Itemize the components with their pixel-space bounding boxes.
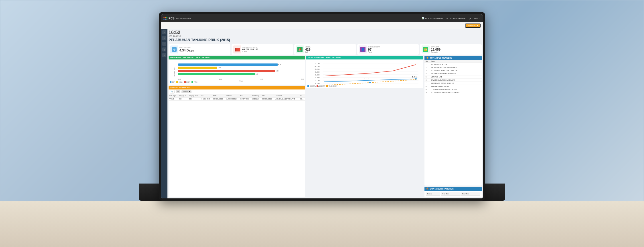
bar-row-tpks: 3.69 [178, 73, 304, 75]
kpi-container: CONTAINER BOX / TEU 64,797 / 93,153 – TR… [232, 44, 293, 55]
logo-dot-1 [163, 17, 165, 18]
actions-button[interactable]: Actions ▼ [181, 90, 191, 93]
kpi-vessel-icon: ⛵ [296, 45, 304, 53]
kpi-container-sub: – TRUs [242, 51, 292, 52]
kpi-vessel-sub: Call [305, 51, 354, 53]
sidebar-home-icon[interactable]: ⌂ [162, 36, 166, 40]
vessel-table-wrapper[interactable]: Call Sign Voyage In Voyage Out ETA ETD N… [169, 94, 305, 197]
member-name-2: SALAM PACIFIC INDONESIA LINES [431, 67, 481, 68]
bar-label-tpks: 3.69 [256, 73, 258, 75]
svg-text:2.50: 2.50 [315, 77, 320, 79]
logo-dot-6 [166, 19, 167, 20]
nav-logout[interactable]: ⏻ LOG OUT [469, 17, 481, 19]
member-row-3[interactable]: 3 PELAYARAN TEMPURAN EMAS TBK [424, 69, 482, 72]
col-right: 🏆 TOP 10 PCS MEMBERS No Agen [424, 56, 482, 197]
member-row-8[interactable]: 8 SAMUDERA INDONESIA [424, 85, 482, 88]
kpi-row: ⏱ DWELLING TIME 4.34 Days [169, 44, 482, 55]
member-no-4: 4 [426, 73, 430, 75]
dwelling-trend-header: LAST 5 MONTHS DWELLING TIME [306, 56, 423, 59]
bar-label-jct: 4.79 [278, 64, 281, 65]
container-stats-body: Tahun Total Box Total Teu [424, 191, 482, 197]
svg-rect-3 [235, 48, 236, 51]
stats-col-totalteu: Total Teu [461, 192, 480, 196]
logo-dot-5 [165, 19, 166, 20]
col-mid: LAST 5 MONTHS DWELLING TIME 5.00 4.50 4.… [306, 56, 423, 197]
x-tick-2: 2.00 [219, 78, 222, 80]
x-tick-6: 6.00 [301, 78, 304, 80]
page-title: PELABUHAN TANJUNG PRIUK (2015) [169, 38, 482, 42]
nav-data-exchange[interactable]: ↔ DATA EXCHANGE [446, 17, 465, 19]
member-row-7[interactable]: 7 ESCORINDO OBRUS SHIPPING [424, 82, 482, 85]
dwelling-terminal-panel: DWELLING TIME IMPORT- PER TERMINAL Dwell… [169, 56, 305, 85]
kpi-dwelling-value: 4.34 Days [179, 49, 229, 52]
svg-text:⏱: ⏱ [173, 48, 176, 51]
sidebar-settings-icon[interactable]: ⚙ [162, 53, 166, 57]
nav-monitoring[interactable]: 📊 PCS MONITORING [422, 17, 443, 19]
member-name-7: ESCORINDO OBRUS SHIPPING [431, 82, 481, 84]
bar-row-jct: 4.79 [178, 63, 304, 66]
bar-koja [178, 67, 217, 69]
bar-group: 4.79 1.90 [178, 61, 304, 78]
svg-text:3.50: 3.50 [315, 71, 320, 73]
kpi-vessel-value: 429 [305, 48, 354, 51]
svg-text:4.00: 4.00 [315, 68, 320, 70]
trophy-icon: 🏆 [426, 57, 429, 59]
member-name-6: SAMUDERA SURSES MAKSAUR [431, 79, 481, 81]
screen-border: PCS DASHBOARD 📊 PCS MONITORING ↔ DATA EX… [159, 12, 485, 201]
agent-icon: 👤 [360, 47, 366, 52]
members-col-no: No [426, 60, 430, 62]
member-row-4[interactable]: 4 SAMUDERA SHIPPING SERVICES [424, 72, 482, 75]
svg-text:⛵: ⛵ [298, 47, 302, 51]
stats-table: Tahun Total Box Total Teu [426, 192, 481, 196]
stats-col-tahun: Tahun [426, 192, 440, 196]
member-row-9[interactable]: 9 CONTAINER MARITIME ACTIVITIES [424, 88, 482, 91]
kpi-dwelling-time: ⏱ DWELLING TIME 4.34 Days [169, 44, 230, 55]
y-label: Dwelling Time [173, 67, 175, 76]
dwelling-trend-body: 5.00 4.50 4.00 3.50 3.00 2.50 2.00 1.50 [306, 59, 423, 88]
top10-panel: 🏆 TOP 10 PCS MEMBERS No Agen [424, 56, 482, 186]
dwelling-terminal-header: DWELLING TIME IMPORT- PER TERMINAL [169, 56, 305, 59]
member-no-3: 3 [426, 70, 430, 71]
kpi-agent-content: SHIPPING AGENT 97 Agent [368, 46, 417, 53]
clock-icon: ⏱ [171, 47, 177, 52]
logo-dashboard: DASHBOARD [176, 17, 191, 20]
feeds-button[interactable]: All Feeds ▼ [465, 23, 481, 28]
members-col-agen: Agen [431, 60, 481, 62]
svg-text:4.50: 4.50 [315, 65, 320, 67]
member-row-1[interactable]: 1 PT. TANTO INTIM LINE [424, 63, 482, 66]
sidebar-circle-icon[interactable]: ◎ [162, 47, 166, 51]
logo-text: PCS [169, 17, 175, 20]
logo-dots [163, 17, 167, 20]
header-nav: 📊 PCS MONITORING ↔ DATA EXCHANGE ⏻ LOG O… [422, 17, 481, 19]
member-no-5: 5 [426, 76, 430, 78]
exchange-icon: ↔ [446, 17, 448, 19]
members-header-row: No Agen [424, 60, 482, 63]
table-row[interactable]: VOLIE 060 080 04-NOV-2015 05-NOV-2015 YL… [169, 97, 305, 101]
legend-label-jct: JCT [172, 81, 175, 83]
member-name-1: PT. TANTO INTIM LINE [431, 63, 481, 65]
legend-dot-koja [176, 81, 178, 83]
x-tick-0: 0.00 [178, 78, 181, 80]
col-call-sign: Call Sign [169, 94, 178, 97]
member-row-2[interactable]: 2 SALAM PACIFIC INDONESIA LINES [424, 66, 482, 69]
time-block: 16:52 JAN 12, 2016 [169, 30, 181, 37]
vessel-icon: ⛵ [297, 47, 303, 52]
top10-header: 🏆 TOP 10 PCS MEMBERS [424, 56, 482, 60]
member-row-6[interactable]: 6 SAMUDERA SURSES MAKSAUR [424, 79, 482, 82]
cell-ate: 06-NOV-2015 [261, 97, 274, 101]
table-header-row: Call Sign Voyage In Voyage Out ETA ETD N… [169, 94, 305, 97]
member-row-10[interactable]: 10 PELAYARAN CARAKA TIRTA PERKASA [424, 91, 482, 94]
main-layout: ≡ ⌂ ↓ ◎ ⚙ 16:52 JAN 12, 2016 [161, 29, 483, 198]
sidebar-download-icon[interactable]: ↓ [162, 42, 166, 46]
kpi-container-icon [233, 45, 241, 53]
bar-tpks [178, 73, 255, 75]
col-voyage-out: Voyage Out [188, 94, 199, 97]
sidebar-menu-icon[interactable]: ≡ [162, 30, 166, 34]
app-logo: PCS DASHBOARD [163, 17, 191, 20]
member-row-5[interactable]: 5 MERATUS LINE [424, 75, 482, 79]
svg-text:1.31: 1.31 [412, 76, 417, 78]
go-button[interactable]: Go [176, 90, 180, 93]
cell-voyage-in: 060 [178, 97, 188, 101]
cell-voyage-out: 080 [188, 97, 199, 101]
svg-text:1.50: 1.50 [315, 83, 320, 84]
